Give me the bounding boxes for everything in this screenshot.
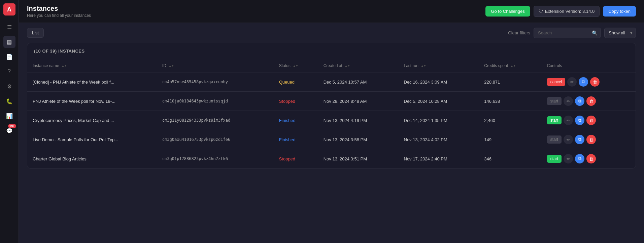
app-logo: A: [3, 3, 15, 16]
col-status[interactable]: Status ▲▼: [274, 59, 318, 72]
stats-icon: 📊: [6, 113, 13, 119]
help-icon: ?: [8, 68, 11, 74]
sidebar-item-help[interactable]: ?: [3, 65, 15, 78]
copy-button[interactable]: ⧉: [575, 135, 584, 144]
chat-badge: 99+: [8, 124, 16, 128]
instance-status: Stopped: [274, 149, 318, 169]
instance-last-run: Dec 14, 2024 1:35 PM: [399, 111, 479, 130]
sort-icon-credits: ▲▼: [510, 65, 516, 67]
copy-token-button[interactable]: Copy token: [603, 6, 636, 17]
instance-last-run: Dec 5, 2024 10:28 AM: [399, 92, 479, 111]
delete-button[interactable]: 🗑: [590, 77, 600, 87]
page-header: Instances Here you can find all your ins…: [19, 0, 644, 23]
table-row: Live Demo - Sample Polls for Our Poll Ty…: [27, 130, 636, 149]
main-content: Instances Here you can find all your ins…: [19, 0, 644, 243]
instance-status: Queued: [274, 72, 318, 92]
sort-icon-name: ▲▼: [62, 65, 67, 67]
copy-button[interactable]: ⧉: [575, 116, 584, 125]
search-input[interactable]: [534, 28, 601, 38]
instance-credits: 346: [479, 149, 541, 169]
col-last-run[interactable]: Last run ▲▼: [399, 59, 479, 72]
instance-name: Charter Global Blog Articles: [27, 149, 157, 169]
edit-button[interactable]: ✏: [567, 77, 577, 87]
instance-name: PNJ Athlete of the Week poll for Nov. 18…: [27, 92, 157, 111]
sort-icon-lastrun: ▲▼: [421, 65, 426, 67]
instance-controls: start ✏ ⧉ 🗑: [542, 92, 636, 111]
page-subtitle: Here you can find all your instances: [27, 13, 91, 18]
sort-icon-created: ▲▼: [345, 65, 350, 67]
show-all-select[interactable]: Show all: [604, 28, 636, 38]
debug-icon: 🐛: [6, 98, 13, 104]
search-icon: 🔍: [592, 30, 598, 36]
delete-button[interactable]: 🗑: [586, 96, 596, 106]
doc-icon: 📄: [6, 54, 13, 60]
edit-button[interactable]: ✏: [564, 96, 573, 106]
extension-version-label: Extension Version: 3.14.0: [545, 9, 595, 14]
sidebar-item-menu[interactable]: ☰: [3, 21, 15, 33]
copy-button[interactable]: ⧉: [575, 154, 584, 163]
cancel-button[interactable]: cancel: [547, 78, 566, 86]
col-id[interactable]: ID ▲▼: [157, 59, 274, 72]
instance-id: cm3g0axu41016753pvkzp6zd1fe6: [157, 130, 274, 149]
show-all-wrapper: Show all: [604, 28, 636, 38]
instance-controls: start ✏ ⧉ 🗑: [542, 111, 636, 130]
instance-last-run: Nov 13, 2024 4:02 PM: [399, 130, 479, 149]
edit-button[interactable]: ✏: [564, 154, 573, 163]
instance-created-at: Dec 5, 2024 10:57 AM: [318, 72, 399, 92]
instance-status: Finished: [274, 111, 318, 130]
delete-button[interactable]: 🗑: [586, 116, 596, 125]
start-button[interactable]: start: [547, 116, 562, 124]
instance-id: cm3g01p17886823pvkz4hn7ztk6: [157, 149, 274, 169]
col-created-at[interactable]: Created at ▲▼: [318, 59, 399, 72]
instance-name: Live Demo - Sample Polls for Our Poll Ty…: [27, 130, 157, 149]
col-credits[interactable]: Credits spent ▲▼: [479, 59, 541, 72]
instance-created-at: Nov 13, 2024 4:19 PM: [318, 111, 399, 130]
instance-name: [Cloned] - PNJ Athlete of the Week poll …: [27, 72, 157, 92]
start-button[interactable]: start: [547, 97, 562, 105]
chat-icon: 💬: [6, 128, 13, 134]
copy-button[interactable]: ⧉: [579, 77, 588, 87]
instance-last-run: Dec 16, 2024 3:09 AM: [399, 72, 479, 92]
instance-status: Stopped: [274, 92, 318, 111]
table-header: Instance name ▲▼ ID ▲▼ Status ▲▼ Created…: [27, 59, 636, 72]
sidebar-item-settings[interactable]: ⚙: [3, 80, 15, 92]
table-section: (10 OF 39) INSTANCES Instance name ▲▼ ID…: [19, 43, 644, 243]
table-body: [Cloned] - PNJ Athlete of the Week poll …: [27, 72, 636, 169]
extension-version-button[interactable]: 🛡 Extension Version: 3.14.0: [534, 6, 600, 17]
col-controls: Controls: [542, 59, 636, 72]
delete-button[interactable]: 🗑: [586, 135, 596, 144]
page-title: Instances: [27, 5, 91, 12]
table-row: PNJ Athlete of the Week poll for Nov. 18…: [27, 92, 636, 111]
sidebar-item-list[interactable]: ▤ List: [3, 36, 15, 48]
delete-button[interactable]: 🗑: [586, 154, 596, 163]
table-row: Charter Global Blog Articles cm3g01p1788…: [27, 149, 636, 169]
sidebar-item-chat[interactable]: 💬 99+: [3, 125, 15, 137]
sidebar-item-stats[interactable]: 📊: [3, 110, 15, 122]
toolbar: List Clear filters 🔍 Show all: [19, 23, 644, 43]
col-instance-name[interactable]: Instance name ▲▼: [27, 59, 157, 72]
instance-credits: 2,460: [479, 111, 541, 130]
instance-created-at: Nov 13, 2024 3:51 PM: [318, 149, 399, 169]
edit-button[interactable]: ✏: [564, 135, 573, 144]
menu-icon: ☰: [7, 24, 12, 30]
instance-credits: 149: [479, 130, 541, 149]
table-title: (10 OF 39) INSTANCES: [27, 43, 636, 59]
sidebar-item-doc[interactable]: 📄: [3, 51, 15, 63]
instance-controls: cancel ✏ ⧉ 🗑: [542, 72, 636, 92]
start-button[interactable]: start: [547, 135, 562, 144]
instance-created-at: Nov 28, 2024 8:48 AM: [318, 92, 399, 111]
goto-challenges-button[interactable]: Go to Challenges: [485, 6, 530, 17]
edit-button[interactable]: ✏: [564, 116, 573, 125]
sidebar-item-debug[interactable]: 🐛: [3, 95, 15, 107]
sidebar: A ☰ ▤ List 📄 ? ⚙ 🐛 📊 💬 99+: [0, 0, 19, 243]
header-title-area: Instances Here you can find all your ins…: [27, 5, 91, 18]
clear-filters-button[interactable]: Clear filters: [508, 30, 530, 35]
list-view-button[interactable]: List: [27, 28, 44, 38]
copy-button[interactable]: ⧉: [575, 96, 584, 106]
instance-credits: 220,871: [479, 72, 541, 92]
instance-credits: 146,638: [479, 92, 541, 111]
instance-controls: start ✏ ⧉ 🗑: [542, 130, 636, 149]
start-button[interactable]: start: [547, 155, 562, 163]
toolbar-right: Clear filters 🔍 Show all: [508, 28, 636, 38]
header-actions: Go to Challenges 🛡 Extension Version: 3.…: [485, 6, 636, 17]
